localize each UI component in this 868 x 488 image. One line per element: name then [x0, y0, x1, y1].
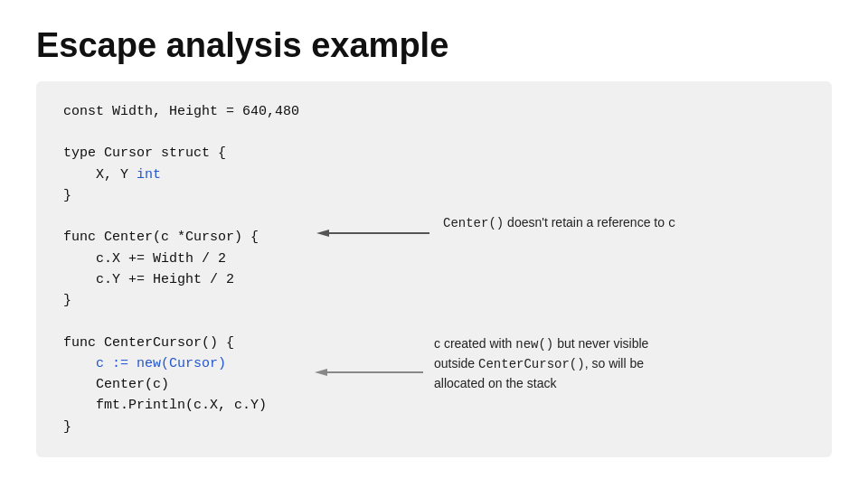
annotation-cc-text2: outside [434, 356, 478, 371]
highlighted-new: c := new(Cursor) [96, 356, 226, 371]
svg-marker-3 [315, 369, 327, 376]
annotation-cc-pre1: c created with [434, 336, 515, 351]
code-line-14: Center(c) [63, 377, 169, 392]
code-line-16: } [63, 419, 71, 435]
code-line-13: c := new(Cursor) [63, 356, 226, 371]
code-line-1: const Width, Height = 640,480 [63, 104, 299, 119]
svg-marker-1 [316, 230, 329, 237]
annotation-cc-func: CenterCursor() [478, 357, 585, 371]
annotation-center-func: Center() [443, 216, 504, 230]
code-line-10: } [63, 293, 71, 308]
annotation-center: Center() doesn't retain a reference to c [443, 215, 675, 230]
annotation-cc-new: new() [515, 337, 553, 352]
annotation-centercursor: c created with new() but never visible o… [434, 334, 723, 393]
code-line-15: fmt.Println(c.X, c.Y) [63, 398, 267, 413]
int-keyword: int [137, 167, 161, 183]
code-line-4: X, Y int [63, 167, 161, 183]
annotation-cc-text3: , so will be [585, 356, 644, 371]
annotation-cc-text4: allocated on the stack [434, 376, 556, 390]
page-title: Escape analysis example [36, 27, 832, 65]
code-line-3: type Cursor struct { [63, 145, 226, 161]
centercursor-arrow [315, 366, 428, 379]
code-line-8: c.X += Width / 2 [63, 251, 226, 267]
annotation-center-text: doesn't retain a reference to [504, 215, 668, 230]
annotation-cc-text1: but never visible [553, 336, 648, 351]
code-line-7: func Center(c *Cursor) { [63, 230, 259, 245]
code-line-12: func CenterCursor() { [63, 335, 234, 351]
code-line-9: c.Y += Height / 2 [63, 272, 234, 287]
center-arrow [316, 228, 434, 239]
code-panel: const Width, Height = 640,480 type Curso… [36, 81, 832, 457]
annotation-center-var: c [668, 216, 675, 230]
code-line-5: } [63, 188, 71, 203]
